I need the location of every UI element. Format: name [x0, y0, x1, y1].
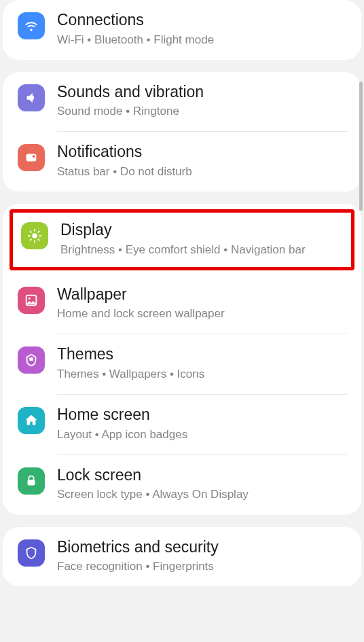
item-subtitle: Layout • App icon badges: [57, 427, 348, 442]
svg-rect-13: [29, 358, 33, 361]
settings-item-homescreen[interactable]: Home screen Layout • App icon badges: [3, 395, 361, 454]
item-title: Home screen: [57, 406, 348, 425]
item-title: Display: [60, 221, 343, 240]
settings-item-biometrics[interactable]: Biometrics and security Face recognition…: [3, 527, 361, 587]
item-subtitle: Themes • Wallpapers • Icons: [57, 367, 348, 382]
svg-rect-14: [28, 480, 35, 485]
item-title: Sounds and vibration: [57, 83, 348, 102]
settings-item-lockscreen[interactable]: Lock screen Screen lock type • Always On…: [3, 455, 361, 515]
settings-item-sounds[interactable]: Sounds and vibration Sound mode • Ringto…: [3, 72, 361, 132]
settings-item-themes[interactable]: Themes Themes • Wallpapers • Icons: [3, 334, 361, 394]
settings-item-notifications[interactable]: Notifications Status bar • Do not distur…: [3, 132, 361, 192]
svg-point-12: [29, 298, 31, 300]
settings-group: Sounds and vibration Sound mode • Ringto…: [3, 72, 361, 192]
item-subtitle: Brightness • Eye comfort shield • Naviga…: [60, 243, 343, 257]
svg-point-2: [32, 233, 37, 238]
wallpaper-icon: [18, 287, 45, 314]
svg-line-9: [30, 239, 31, 240]
lock-icon: [18, 467, 45, 495]
item-subtitle: Screen lock type • Always On Display: [57, 487, 348, 502]
shield-icon: [18, 539, 45, 567]
notifications-icon: [18, 144, 45, 171]
item-title: Lock screen: [57, 466, 348, 485]
settings-group: Display Brightness • Eye comfort shield …: [3, 204, 361, 514]
svg-line-5: [30, 232, 31, 232]
settings-item-display[interactable]: Display Brightness • Eye comfort shield …: [10, 209, 354, 270]
svg-line-10: [38, 232, 39, 232]
svg-point-1: [33, 156, 35, 158]
home-icon: [18, 407, 45, 434]
item-subtitle: Home and lock screen wallpaper: [57, 306, 348, 321]
wifi-icon: [18, 12, 45, 39]
brightness-icon: [21, 222, 48, 249]
svg-line-6: [38, 239, 39, 240]
settings-group: Biometrics and security Face recognition…: [3, 527, 361, 587]
themes-icon: [18, 346, 45, 374]
settings-group: Connections Wi-Fi • Bluetooth • Flight m…: [3, 0, 361, 60]
item-title: Themes: [57, 345, 348, 364]
item-subtitle: Face recognition • Fingerprints: [57, 559, 348, 574]
svg-rect-0: [26, 154, 37, 162]
item-subtitle: Sound mode • Ringtone: [57, 104, 348, 119]
item-title: Notifications: [57, 143, 348, 162]
settings-item-wallpaper[interactable]: Wallpaper Home and lock screen wallpaper: [3, 274, 361, 334]
item-title: Biometrics and security: [57, 538, 348, 557]
scrollbar[interactable]: [359, 82, 363, 211]
item-subtitle: Status bar • Do not disturb: [57, 164, 348, 179]
settings-item-connections[interactable]: Connections Wi-Fi • Bluetooth • Flight m…: [3, 0, 361, 60]
item-title: Connections: [57, 11, 348, 30]
sound-icon: [18, 84, 45, 111]
item-title: Wallpaper: [57, 285, 348, 304]
item-subtitle: Wi-Fi • Bluetooth • Flight mode: [57, 33, 348, 48]
